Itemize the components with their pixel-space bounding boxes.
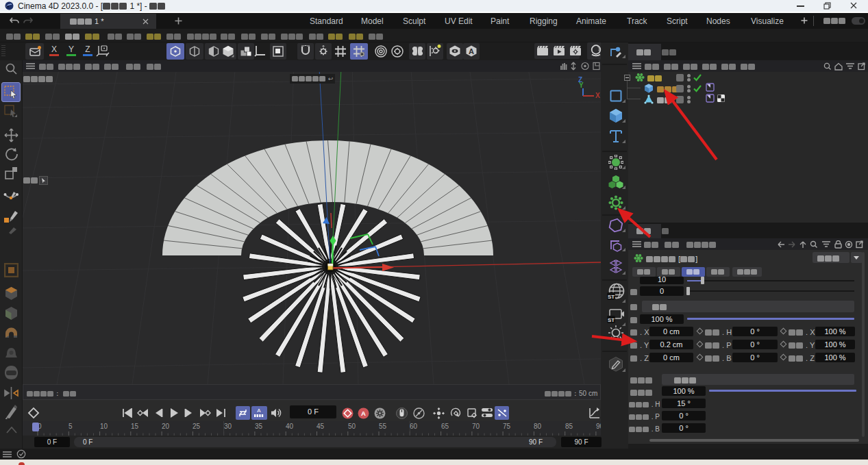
svg-text:A: A [361, 410, 366, 417]
svg-text:20: 20 [162, 423, 170, 430]
svg-text:ST: ST [608, 317, 615, 323]
svg-text:Y: Y [579, 81, 584, 89]
svg-text:75: 75 [503, 423, 511, 430]
svg-text:35: 35 [255, 423, 263, 430]
svg-text:30: 30 [224, 423, 232, 430]
svg-text:X: X [595, 92, 600, 98]
svg-text:ST: ST [608, 294, 615, 300]
svg-text:A: A [469, 47, 474, 55]
svg-text:45: 45 [317, 423, 325, 430]
svg-text:40: 40 [286, 423, 294, 430]
svg-text:60: 60 [410, 423, 418, 430]
svg-text:A: A [257, 407, 261, 414]
svg-text:90: 90 [596, 423, 601, 430]
svg-text:15: 15 [131, 423, 139, 430]
svg-text:70: 70 [472, 423, 480, 430]
svg-text:85: 85 [565, 423, 573, 430]
svg-text:55: 55 [379, 423, 387, 430]
svg-text:25: 25 [193, 423, 201, 430]
svg-text:65: 65 [441, 423, 449, 430]
svg-text:5: 5 [69, 423, 73, 430]
svg-text:80: 80 [534, 423, 542, 430]
svg-text:50: 50 [348, 423, 356, 430]
svg-text:10: 10 [100, 423, 108, 430]
